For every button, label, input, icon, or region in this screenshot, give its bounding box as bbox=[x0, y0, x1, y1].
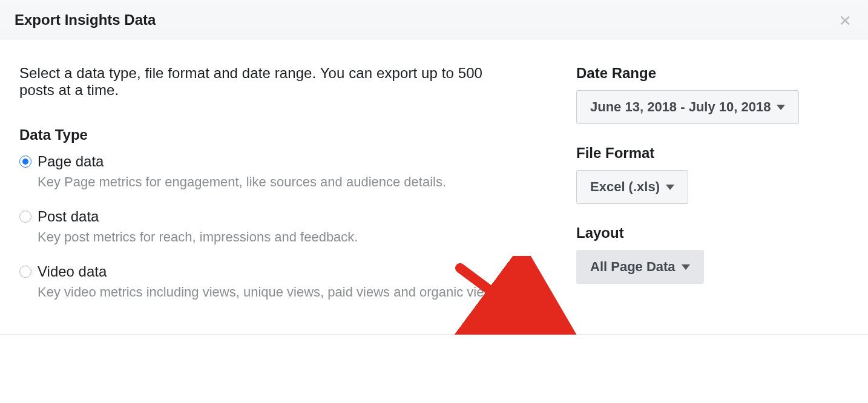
section-heading-layout: Layout bbox=[576, 224, 849, 241]
layout-section: Layout All Page Data bbox=[576, 224, 849, 284]
left-column: Select a data type, file format and date… bbox=[19, 65, 510, 317]
date-range-value: June 13, 2018 - July 10, 2018 bbox=[590, 99, 771, 115]
radio-texts: Post data Key post metrics for reach, im… bbox=[38, 207, 510, 246]
date-range-section: Date Range June 13, 2018 - July 10, 2018 bbox=[576, 65, 849, 124]
caret-down-icon bbox=[666, 185, 674, 190]
radio-icon bbox=[19, 211, 31, 223]
intro-text: Select a data type, file format and date… bbox=[19, 65, 510, 99]
radio-desc: Key post metrics for reach, impressions … bbox=[38, 228, 510, 246]
radio-texts: Page data Key Page metrics for engagemen… bbox=[38, 152, 510, 191]
file-format-dropdown[interactable]: Excel (.xls) bbox=[576, 170, 688, 204]
close-icon[interactable]: × bbox=[837, 10, 853, 30]
radio-label: Video data bbox=[38, 262, 510, 281]
section-heading-data-type: Data Type bbox=[19, 126, 510, 143]
layout-dropdown[interactable]: All Page Data bbox=[576, 250, 704, 284]
dialog-title: Export Insights Data bbox=[15, 11, 156, 28]
radio-label: Page data bbox=[38, 152, 510, 171]
right-column: Date Range June 13, 2018 - July 10, 2018… bbox=[576, 65, 849, 317]
caret-down-icon bbox=[682, 264, 690, 270]
dialog-header: Export Insights Data × bbox=[0, 0, 868, 39]
radio-icon bbox=[19, 156, 31, 168]
radio-option-page-data[interactable]: Page data Key Page metrics for engagemen… bbox=[19, 152, 510, 191]
dialog-body: Select a data type, file format and date… bbox=[0, 39, 868, 335]
radio-label: Post data bbox=[38, 207, 510, 226]
file-format-section: File Format Excel (.xls) bbox=[576, 145, 849, 204]
radio-desc: Key video metrics including views, uniqu… bbox=[38, 283, 510, 301]
radio-texts: Video data Key video metrics including v… bbox=[38, 262, 510, 301]
file-format-value: Excel (.xls) bbox=[590, 179, 660, 195]
date-range-dropdown[interactable]: June 13, 2018 - July 10, 2018 bbox=[576, 90, 799, 124]
radio-option-video-data[interactable]: Video data Key video metrics including v… bbox=[19, 262, 510, 301]
data-type-radio-group: Page data Key Page metrics for engagemen… bbox=[19, 152, 510, 301]
radio-option-post-data[interactable]: Post data Key post metrics for reach, im… bbox=[19, 207, 510, 246]
layout-value: All Page Data bbox=[590, 259, 676, 275]
section-heading-file-format: File Format bbox=[576, 145, 849, 162]
radio-desc: Key Page metrics for engagement, like so… bbox=[38, 173, 510, 191]
radio-icon bbox=[19, 266, 31, 278]
caret-down-icon bbox=[777, 105, 785, 110]
section-heading-date-range: Date Range bbox=[576, 65, 849, 82]
